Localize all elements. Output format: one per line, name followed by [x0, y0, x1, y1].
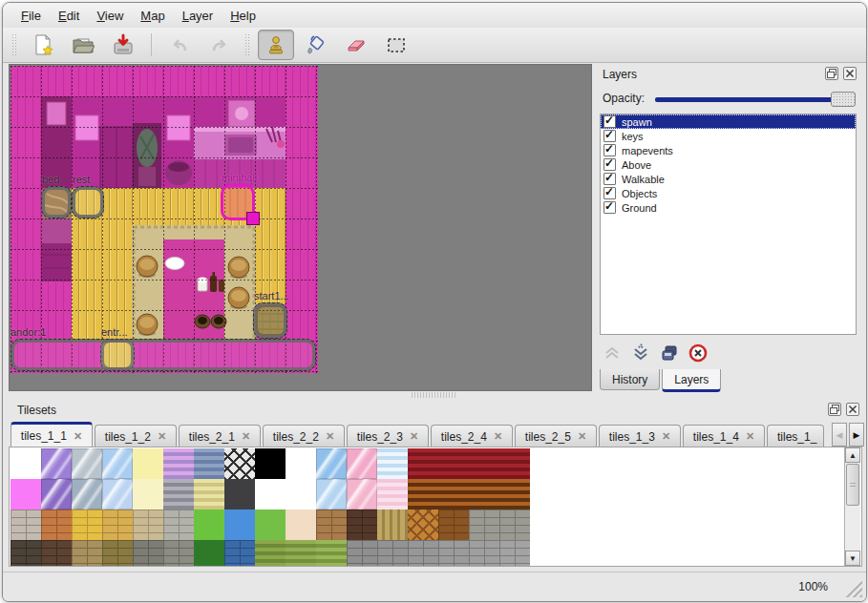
map-object-andor1[interactable]	[11, 339, 316, 371]
tileset-tab-tiles_2_2[interactable]: tiles_2_2✕	[263, 425, 345, 447]
tile[interactable]	[499, 540, 530, 567]
tabs-scroll-right-icon[interactable]: ▶	[849, 423, 864, 447]
tab-close-icon[interactable]: ✕	[746, 430, 754, 443]
save-file-button[interactable]	[105, 30, 141, 60]
tile[interactable]	[347, 448, 377, 479]
toolbar-handle[interactable]	[11, 33, 18, 56]
tile[interactable]	[286, 448, 316, 479]
tileset-tab-tiles_2_3[interactable]: tiles_2_3✕	[347, 425, 429, 447]
tile[interactable]	[41, 540, 72, 567]
tile[interactable]	[72, 479, 102, 509]
stamp-tool-button[interactable]	[258, 30, 294, 60]
new-file-button[interactable]	[25, 30, 61, 60]
tile[interactable]	[377, 479, 408, 509]
tile[interactable]	[408, 479, 438, 509]
tile[interactable]	[102, 448, 133, 479]
close-icon[interactable]	[846, 403, 859, 416]
menu-view[interactable]: View	[88, 6, 132, 26]
tileset-tab-tiles_2_5[interactable]: tiles_2_5✕	[515, 425, 597, 447]
tile[interactable]	[194, 540, 224, 567]
menu-file[interactable]: File	[12, 6, 50, 26]
tileset-tab-tiles_1_2[interactable]: tiles_1_2✕	[95, 425, 177, 447]
opacity-slider[interactable]	[655, 91, 856, 108]
horizontal-splitter[interactable]	[412, 392, 457, 398]
menu-help[interactable]: Help	[222, 6, 265, 26]
tile[interactable]	[469, 448, 499, 479]
layer-visibility-checkbox[interactable]	[603, 158, 616, 171]
tile[interactable]	[41, 479, 72, 509]
tileset-grid[interactable]	[11, 448, 530, 567]
tile[interactable]	[41, 448, 72, 479]
tab-close-icon[interactable]: ✕	[242, 430, 250, 443]
tile[interactable]	[11, 448, 41, 479]
tile[interactable]	[347, 479, 377, 509]
layer-row-ground[interactable]: Ground	[601, 200, 856, 215]
scroll-up-icon[interactable]: ▲	[845, 447, 860, 463]
tile[interactable]	[438, 540, 469, 567]
close-icon[interactable]	[843, 67, 857, 80]
object-resize-handle[interactable]	[246, 212, 260, 225]
map-object-minihall[interactable]	[221, 184, 255, 220]
layer-row-spawn[interactable]: spawn	[601, 114, 856, 129]
layer-visibility-checkbox[interactable]	[603, 201, 616, 214]
tabs-scroll-left-icon[interactable]: ◀	[832, 423, 847, 447]
tile[interactable]	[133, 540, 163, 567]
layer-visibility-checkbox[interactable]	[603, 130, 616, 142]
tileset-view[interactable]: ▲ ▼	[9, 447, 862, 567]
map-object-start1[interactable]	[253, 302, 287, 339]
tile[interactable]	[316, 509, 347, 540]
tile[interactable]	[408, 448, 438, 479]
tab-close-icon[interactable]: ✕	[494, 430, 502, 443]
tile[interactable]	[286, 509, 316, 540]
scrollbar-thumb[interactable]	[846, 464, 859, 506]
float-icon[interactable]	[828, 403, 841, 416]
tab-close-icon[interactable]: ✕	[74, 430, 82, 443]
tile[interactable]	[469, 509, 499, 540]
tile[interactable]	[102, 540, 133, 567]
tileset-tab-tiles_1_[interactable]: tiles_1_	[767, 425, 824, 447]
map-canvas[interactable]: bedrestminihallstart1...entr...andor:1	[11, 66, 318, 373]
eraser-tool-button[interactable]	[338, 30, 374, 60]
tileset-tab-tiles_1_1[interactable]: tiles_1_1✕	[11, 422, 93, 447]
tile[interactable]	[255, 509, 286, 540]
tile[interactable]	[469, 540, 499, 567]
tile[interactable]	[194, 479, 224, 509]
tab-close-icon[interactable]: ✕	[578, 430, 586, 443]
tile[interactable]	[286, 479, 316, 509]
menu-layer[interactable]: Layer	[174, 6, 222, 26]
tile[interactable]	[224, 448, 255, 479]
tile[interactable]	[133, 448, 163, 479]
tile[interactable]	[377, 540, 408, 567]
raise-layer-button[interactable]	[598, 341, 626, 365]
tile[interactable]	[133, 479, 163, 509]
tile[interactable]	[408, 509, 438, 540]
tile[interactable]	[499, 509, 530, 540]
map-object-bed[interactable]	[41, 186, 72, 218]
resize-grip[interactable]	[845, 580, 862, 597]
tile[interactable]	[499, 479, 530, 509]
redo-button[interactable]	[201, 30, 238, 60]
tile[interactable]	[316, 448, 347, 479]
open-file-button[interactable]	[65, 30, 101, 60]
tab-history[interactable]: History	[600, 369, 660, 390]
tileset-tab-tiles_1_4[interactable]: tiles_1_4✕	[683, 425, 765, 447]
tileset-tab-tiles_2_4[interactable]: tiles_2_4✕	[431, 425, 513, 447]
tile[interactable]	[194, 509, 224, 540]
tab-close-icon[interactable]: ✕	[662, 430, 670, 443]
layer-row-keys[interactable]: keys	[601, 129, 856, 143]
tab-close-icon[interactable]: ✕	[326, 430, 334, 443]
tile[interactable]	[469, 479, 499, 509]
undo-button[interactable]	[161, 30, 198, 60]
tile[interactable]	[347, 509, 377, 540]
tile[interactable]	[347, 540, 377, 567]
opacity-slider-handle[interactable]	[831, 92, 856, 107]
tileset-tab-tiles_1_3[interactable]: tiles_1_3✕	[599, 425, 681, 447]
tab-layers[interactable]: Layers	[662, 369, 721, 392]
menu-map[interactable]: Map	[132, 6, 173, 26]
fill-tool-button[interactable]	[298, 30, 334, 60]
layer-visibility-checkbox[interactable]	[603, 173, 616, 185]
layer-row-above[interactable]: Above	[601, 157, 856, 172]
layer-row-walkable[interactable]: Walkable	[601, 172, 856, 186]
map-view[interactable]: bedrestminihallstart1...entr...andor:1	[9, 64, 592, 391]
tile[interactable]	[316, 479, 347, 509]
